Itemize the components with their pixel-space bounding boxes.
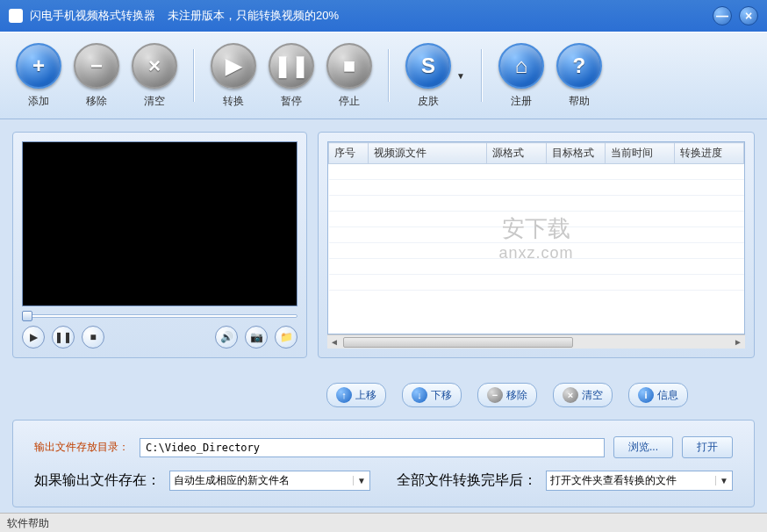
plus-icon: + <box>32 54 45 78</box>
trial-notice: 未注册版本，只能转换视频的20% <box>168 8 339 24</box>
arrow-up-icon: ↑ <box>336 387 352 403</box>
info-button[interactable]: i信息 <box>628 383 688 407</box>
table-row <box>329 259 744 275</box>
file-table[interactable]: 序号 视频源文件 源格式 目标格式 当前时间 转换进度 <box>327 141 745 334</box>
output-settings-panel: 输出文件存放目录： 浏览... 打开 如果输出文件存在： 自动生成相应的新文件名… <box>12 420 755 507</box>
snapshot-button[interactable]: 📷 <box>245 326 268 349</box>
if-exists-select[interactable]: 自动生成相应的新文件名▼ <box>169 471 370 491</box>
add-button[interactable]: +添加 <box>16 43 61 109</box>
after-convert-select[interactable]: 打开文件夹查看转换的文件▼ <box>546 471 733 491</box>
table-row <box>329 196 744 212</box>
register-button[interactable]: ⌂注册 <box>498 43 544 109</box>
table-row <box>329 243 744 259</box>
output-dir-input[interactable] <box>140 438 605 457</box>
open-folder-button[interactable]: 📁 <box>275 326 297 349</box>
x-icon: × <box>148 54 161 78</box>
pause-button[interactable]: ❚❚暂停 <box>269 43 314 109</box>
move-up-button[interactable]: ↑上移 <box>326 383 386 407</box>
skin-button[interactable]: S皮肤 <box>405 43 451 109</box>
col-tgtfmt[interactable]: 目标格式 <box>546 143 606 164</box>
col-index[interactable]: 序号 <box>329 143 369 164</box>
table-row <box>329 275 744 291</box>
close-button[interactable]: × <box>739 6 758 25</box>
list-remove-button[interactable]: −移除 <box>477 383 537 407</box>
horizontal-scrollbar[interactable]: ◄► <box>327 334 745 349</box>
chevron-down-icon: ▼ <box>353 476 366 485</box>
convert-button[interactable]: ▶转换 <box>211 43 256 109</box>
home-icon: ⌂ <box>515 54 528 78</box>
minimize-button[interactable]: — <box>713 6 732 25</box>
preview-pause-button[interactable]: ❚❚ <box>52 326 75 349</box>
table-row <box>329 227 744 243</box>
volume-button[interactable]: 🔊 <box>215 326 238 349</box>
x-icon: × <box>563 387 578 403</box>
table-row <box>329 164 744 180</box>
clear-button[interactable]: ×清空 <box>132 43 177 109</box>
after-convert-label: 全部文件转换完毕后： <box>397 471 537 490</box>
help-button[interactable]: ?帮助 <box>556 43 602 109</box>
col-source[interactable]: 视频源文件 <box>369 143 487 164</box>
seek-slider[interactable] <box>22 312 297 320</box>
stop-button[interactable]: ■停止 <box>326 43 372 109</box>
col-srcfmt[interactable]: 源格式 <box>487 143 547 164</box>
titlebar: 闪电手机视频格式转换器 未注册版本，只能转换视频的20% — × <box>0 0 767 32</box>
video-preview <box>22 141 297 306</box>
app-title: 闪电手机视频格式转换器 <box>30 8 155 24</box>
pause-icon: ❚❚ <box>274 54 309 78</box>
chevron-down-icon: ▼ <box>715 476 728 485</box>
info-icon: i <box>638 387 654 403</box>
if-exists-label: 如果输出文件存在： <box>34 471 161 490</box>
remove-button[interactable]: −移除 <box>74 43 119 109</box>
main-toolbar: +添加 −移除 ×清空 ▶转换 ❚❚暂停 ■停止 S皮肤 ▼ ⌂注册 ?帮助 <box>0 32 767 119</box>
preview-panel: ▶ ❚❚ ■ 🔊 📷 📁 <box>12 132 307 358</box>
col-time[interactable]: 当前时间 <box>606 143 675 164</box>
table-row <box>329 180 744 196</box>
preview-play-button[interactable]: ▶ <box>22 326 45 349</box>
col-progress[interactable]: 转换进度 <box>675 143 744 164</box>
move-down-button[interactable]: ↓下移 <box>402 383 462 407</box>
open-button[interactable]: 打开 <box>682 436 733 458</box>
list-clear-button[interactable]: ×清空 <box>553 383 613 407</box>
status-bar: 软件帮助 <box>0 513 767 532</box>
skin-dropdown-arrow[interactable]: ▼ <box>456 71 465 81</box>
play-icon: ▶ <box>226 54 241 78</box>
arrow-down-icon: ↓ <box>412 387 427 403</box>
skin-icon: S <box>421 54 435 78</box>
question-icon: ? <box>573 54 586 78</box>
minus-icon: − <box>90 54 103 78</box>
output-dir-label: 输出文件存放目录： <box>34 440 131 455</box>
file-list-panel: 序号 视频源文件 源格式 目标格式 当前时间 转换进度 <box>318 132 755 358</box>
browse-button[interactable]: 浏览... <box>613 436 673 458</box>
table-row <box>329 212 744 227</box>
app-icon <box>9 9 23 23</box>
minus-icon: − <box>487 387 503 403</box>
stop-icon: ■ <box>343 54 356 78</box>
preview-stop-button[interactable]: ■ <box>82 326 104 349</box>
